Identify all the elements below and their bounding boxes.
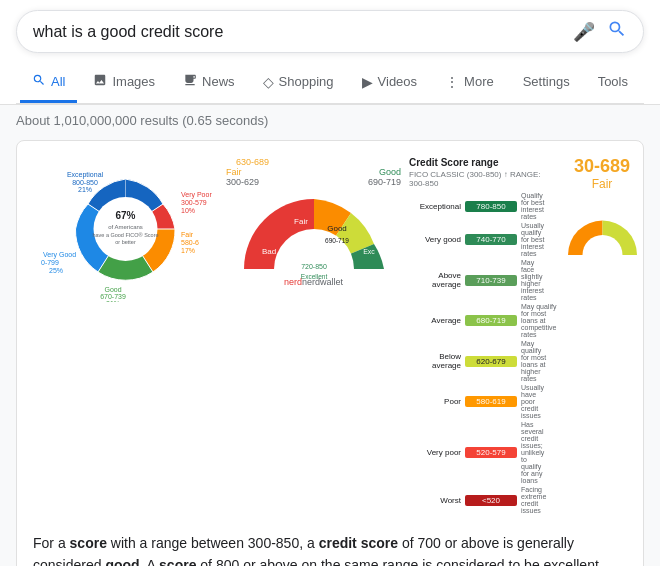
svg-text:Good: Good — [327, 224, 347, 233]
tab-settings[interactable]: Settings — [511, 64, 582, 102]
svg-text:580-6: 580-6 — [181, 239, 199, 246]
gauge-chart: 630-689 Fair Good 300-629 690-719 — [226, 157, 401, 516]
svg-text:690-719: 690-719 — [325, 237, 349, 244]
svg-text:67%: 67% — [115, 210, 135, 221]
tab-images[interactable]: Images — [81, 63, 167, 103]
svg-text:Fair: Fair — [181, 231, 194, 238]
bar-row-belowaverage: Below average 620-679 May qualify for mo… — [409, 340, 549, 382]
half-donut-section: 30-689 Fair — [557, 157, 647, 516]
results-count: About 1,010,000,000 results (0.65 second… — [0, 105, 660, 136]
svg-text:10%: 10% — [181, 207, 195, 214]
search-input[interactable] — [33, 23, 573, 41]
svg-text:630-689: 630-689 — [289, 238, 313, 245]
microphone-icon[interactable]: 🎤 — [573, 21, 595, 43]
svg-text:Exceptional: Exceptional — [67, 171, 104, 179]
half-donut-label: Fair — [592, 177, 613, 191]
bar-row-average: Average 680-719 May qualify for most loa… — [409, 303, 549, 338]
bar-chart: Credit Score range FICO CLASSIC (300-850… — [409, 157, 549, 516]
tab-more[interactable]: ⋮ More — [433, 64, 506, 103]
bar-row-aboveaverage: Above average 710-739 May face slightly … — [409, 259, 549, 301]
bar-row-worst: Worst <520 Facing extreme credit issues — [409, 486, 549, 514]
gauge-fair-label-top: Fair — [226, 167, 242, 177]
svg-text:Bad: Bad — [261, 247, 275, 256]
tab-images-label: Images — [112, 74, 155, 89]
tab-settings-label: Settings — [523, 74, 570, 89]
videos-tab-icon: ▶ — [362, 74, 373, 90]
news-tab-icon — [183, 73, 197, 90]
svg-text:17%: 17% — [181, 247, 195, 254]
tab-tools-label: Tools — [598, 74, 628, 89]
svg-text:800-850: 800-850 — [72, 179, 98, 186]
gauge-bad-range: 300-629 — [226, 177, 259, 187]
description-text: For a score with a range between 300-850… — [33, 532, 627, 566]
svg-text:21%: 21% — [78, 186, 92, 193]
search-button[interactable] — [607, 19, 627, 44]
gauge-fair-top: 630-689 — [236, 157, 269, 167]
svg-text:of Americans: of Americans — [108, 224, 143, 230]
tab-shopping-label: Shopping — [279, 74, 334, 89]
tab-all-label: All — [51, 74, 65, 89]
bar-row-poor: Poor 580-619 Usually have poor credit is… — [409, 384, 549, 419]
image-row: 67% of Americans have a Good FICO® Score… — [33, 157, 627, 516]
bar-row-verygood: Very good 740-770 Usually qualify for be… — [409, 222, 549, 257]
svg-text:670-739: 670-739 — [100, 293, 126, 300]
svg-text:Very Poor: Very Poor — [181, 191, 212, 199]
nav-tabs: All Images News ◇ Shopping ▶ Videos — [16, 63, 644, 104]
tab-tools[interactable]: Tools — [586, 64, 640, 102]
tab-all[interactable]: All — [20, 63, 77, 103]
featured-snippet-card: 67% of Americans have a Good FICO® Score… — [16, 140, 644, 566]
bar-row-verypoor: Very poor 520-579 Has several credit iss… — [409, 421, 549, 484]
svg-text:Very Good: Very Good — [43, 251, 76, 259]
tab-more-label: More — [464, 74, 494, 89]
tab-news[interactable]: News — [171, 63, 247, 103]
svg-text:21%: 21% — [106, 300, 120, 302]
search-tab-icon — [32, 73, 46, 90]
svg-text:720-850: 720-850 — [301, 263, 327, 270]
gauge-good-range: 690-719 — [368, 177, 401, 187]
images-tab-icon — [93, 73, 107, 90]
tab-shopping[interactable]: ◇ Shopping — [251, 64, 346, 103]
svg-text:Exc: Exc — [363, 248, 375, 255]
svg-text:have a Good FICO® Score: have a Good FICO® Score — [92, 232, 158, 238]
bar-row-exceptional: Exceptional 780-850 Qualify for best int… — [409, 192, 549, 220]
donut-chart: 67% of Americans have a Good FICO® Score… — [33, 157, 218, 516]
more-tab-icon: ⋮ — [445, 74, 459, 90]
svg-text:25%: 25% — [49, 267, 63, 274]
tab-videos[interactable]: ▶ Videos — [350, 64, 430, 103]
svg-text:300-579: 300-579 — [181, 199, 207, 206]
bar-chart-subtitle: FICO CLASSIC (300-850) ↑ RANGE: 300-850 — [409, 170, 549, 188]
half-donut-range: 30-689 — [574, 157, 630, 177]
shopping-tab-icon: ◇ — [263, 74, 274, 90]
bar-chart-title: Credit Score range — [409, 157, 549, 168]
svg-text:0-799: 0-799 — [41, 259, 59, 266]
svg-text:Good: Good — [104, 286, 121, 293]
svg-text:or better: or better — [115, 239, 136, 245]
tab-news-label: News — [202, 74, 235, 89]
nerdwallet-label: nerdnerdwallet — [284, 277, 343, 287]
svg-text:Fair: Fair — [294, 217, 308, 226]
tab-videos-label: Videos — [378, 74, 418, 89]
gauge-good-label-top: Good — [379, 167, 401, 177]
